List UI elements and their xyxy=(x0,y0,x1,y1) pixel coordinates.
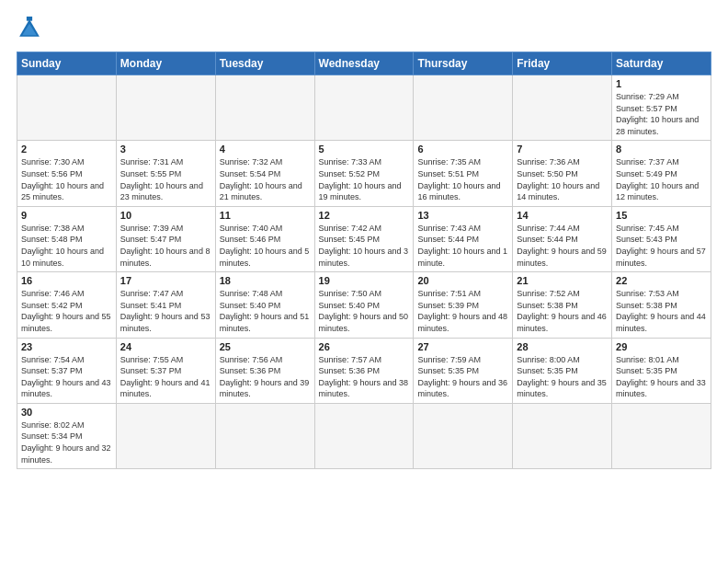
day-info: Sunrise: 7:38 AMSunset: 5:48 PMDaylight:… xyxy=(21,224,104,268)
calendar-day-cell xyxy=(215,403,314,468)
day-info: Sunrise: 7:30 AMSunset: 5:56 PMDaylight:… xyxy=(21,157,104,201)
day-number: 13 xyxy=(417,210,508,221)
calendar-day-cell: 27Sunrise: 7:59 AMSunset: 5:35 PMDayligh… xyxy=(414,338,513,403)
day-info: Sunrise: 7:53 AMSunset: 5:38 PMDaylight:… xyxy=(616,289,706,333)
calendar-day-cell: 16Sunrise: 7:46 AMSunset: 5:42 PMDayligh… xyxy=(17,272,117,338)
calendar-day-cell: 1Sunrise: 7:29 AMSunset: 5:57 PMDaylight… xyxy=(612,75,711,141)
calendar-day-cell: 11Sunrise: 7:40 AMSunset: 5:46 PMDayligh… xyxy=(215,206,314,271)
day-info: Sunrise: 7:31 AMSunset: 5:55 PMDaylight:… xyxy=(120,157,203,201)
calendar-day-cell xyxy=(513,403,612,468)
calendar-day-cell: 30Sunrise: 8:02 AMSunset: 5:34 PMDayligh… xyxy=(17,403,117,468)
day-info: Sunrise: 7:43 AMSunset: 5:44 PMDaylight:… xyxy=(417,224,507,268)
day-number: 29 xyxy=(616,341,707,352)
day-number: 5 xyxy=(319,144,410,155)
day-info: Sunrise: 7:51 AMSunset: 5:39 PMDaylight:… xyxy=(417,289,507,333)
day-info: Sunrise: 7:52 AMSunset: 5:38 PMDaylight:… xyxy=(517,289,607,333)
day-info: Sunrise: 7:57 AMSunset: 5:36 PMDaylight:… xyxy=(319,355,409,399)
calendar-week-row: 23Sunrise: 7:54 AMSunset: 5:37 PMDayligh… xyxy=(17,338,711,403)
calendar-day-cell: 5Sunrise: 7:33 AMSunset: 5:52 PMDaylight… xyxy=(314,141,414,206)
day-number: 21 xyxy=(517,275,608,286)
day-of-week-header: Sunday xyxy=(17,52,117,75)
logo-icon xyxy=(17,17,42,42)
day-number: 30 xyxy=(21,407,112,418)
day-number: 10 xyxy=(120,210,211,221)
day-number: 16 xyxy=(21,275,112,286)
day-number: 28 xyxy=(517,341,608,352)
calendar-day-cell xyxy=(414,75,513,141)
day-info: Sunrise: 7:50 AMSunset: 5:40 PMDaylight:… xyxy=(319,289,409,333)
day-info: Sunrise: 8:01 AMSunset: 5:35 PMDaylight:… xyxy=(616,355,706,399)
calendar: SundayMondayTuesdayWednesdayThursdayFrid… xyxy=(17,52,711,469)
day-info: Sunrise: 8:00 AMSunset: 5:35 PMDaylight:… xyxy=(517,355,607,399)
day-number: 23 xyxy=(21,341,112,352)
svg-rect-2 xyxy=(27,17,32,21)
calendar-day-cell: 7Sunrise: 7:36 AMSunset: 5:50 PMDaylight… xyxy=(513,141,612,206)
day-number: 19 xyxy=(319,275,410,286)
day-number: 9 xyxy=(21,210,112,221)
calendar-day-cell xyxy=(414,403,513,468)
calendar-day-cell: 20Sunrise: 7:51 AMSunset: 5:39 PMDayligh… xyxy=(414,272,513,338)
calendar-day-cell xyxy=(116,75,215,141)
calendar-day-cell: 13Sunrise: 7:43 AMSunset: 5:44 PMDayligh… xyxy=(414,206,513,271)
day-of-week-header: Monday xyxy=(116,52,215,75)
calendar-day-cell: 25Sunrise: 7:56 AMSunset: 5:36 PMDayligh… xyxy=(215,338,314,403)
calendar-day-cell: 22Sunrise: 7:53 AMSunset: 5:38 PMDayligh… xyxy=(612,272,711,338)
calendar-day-cell xyxy=(215,75,314,141)
calendar-day-cell xyxy=(314,75,414,141)
calendar-day-cell: 21Sunrise: 7:52 AMSunset: 5:38 PMDayligh… xyxy=(513,272,612,338)
day-number: 8 xyxy=(616,144,707,155)
day-number: 25 xyxy=(220,341,311,352)
day-of-week-header: Thursday xyxy=(414,52,513,75)
calendar-day-cell: 12Sunrise: 7:42 AMSunset: 5:45 PMDayligh… xyxy=(314,206,414,271)
day-info: Sunrise: 7:32 AMSunset: 5:54 PMDaylight:… xyxy=(220,157,302,201)
day-of-week-header: Friday xyxy=(513,52,612,75)
calendar-week-row: 1Sunrise: 7:29 AMSunset: 5:57 PMDaylight… xyxy=(17,75,711,141)
day-info: Sunrise: 7:59 AMSunset: 5:35 PMDaylight:… xyxy=(417,355,507,399)
logo xyxy=(17,17,46,42)
day-info: Sunrise: 7:40 AMSunset: 5:46 PMDaylight:… xyxy=(220,224,310,268)
calendar-day-cell: 15Sunrise: 7:45 AMSunset: 5:43 PMDayligh… xyxy=(612,206,711,271)
calendar-day-cell xyxy=(612,403,711,468)
day-info: Sunrise: 7:54 AMSunset: 5:37 PMDaylight:… xyxy=(21,355,111,399)
calendar-week-row: 16Sunrise: 7:46 AMSunset: 5:42 PMDayligh… xyxy=(17,272,711,338)
day-info: Sunrise: 7:42 AMSunset: 5:45 PMDaylight:… xyxy=(319,224,409,268)
calendar-day-cell: 2Sunrise: 7:30 AMSunset: 5:56 PMDaylight… xyxy=(17,141,117,206)
calendar-day-cell xyxy=(17,75,117,141)
calendar-week-row: 2Sunrise: 7:30 AMSunset: 5:56 PMDaylight… xyxy=(17,141,711,206)
day-number: 3 xyxy=(120,144,211,155)
day-number: 2 xyxy=(21,144,112,155)
calendar-day-cell: 24Sunrise: 7:55 AMSunset: 5:37 PMDayligh… xyxy=(116,338,215,403)
calendar-day-cell: 19Sunrise: 7:50 AMSunset: 5:40 PMDayligh… xyxy=(314,272,414,338)
day-number: 15 xyxy=(616,210,707,221)
day-number: 6 xyxy=(417,144,508,155)
day-info: Sunrise: 7:39 AMSunset: 5:47 PMDaylight:… xyxy=(120,224,210,268)
day-info: Sunrise: 7:56 AMSunset: 5:36 PMDaylight:… xyxy=(220,355,310,399)
calendar-week-row: 30Sunrise: 8:02 AMSunset: 5:34 PMDayligh… xyxy=(17,403,711,468)
calendar-day-cell: 28Sunrise: 8:00 AMSunset: 5:35 PMDayligh… xyxy=(513,338,612,403)
calendar-day-cell: 29Sunrise: 8:01 AMSunset: 5:35 PMDayligh… xyxy=(612,338,711,403)
day-number: 22 xyxy=(616,275,707,286)
calendar-day-cell xyxy=(116,403,215,468)
day-info: Sunrise: 7:36 AMSunset: 5:50 PMDaylight:… xyxy=(517,157,599,201)
calendar-day-cell: 26Sunrise: 7:57 AMSunset: 5:36 PMDayligh… xyxy=(314,338,414,403)
page: SundayMondayTuesdayWednesdayThursdayFrid… xyxy=(0,0,728,478)
day-info: Sunrise: 7:29 AMSunset: 5:57 PMDaylight:… xyxy=(616,92,699,136)
day-number: 20 xyxy=(417,275,508,286)
calendar-week-row: 9Sunrise: 7:38 AMSunset: 5:48 PMDaylight… xyxy=(17,206,711,271)
calendar-header-row: SundayMondayTuesdayWednesdayThursdayFrid… xyxy=(17,52,711,75)
header xyxy=(17,17,711,42)
calendar-day-cell: 4Sunrise: 7:32 AMSunset: 5:54 PMDaylight… xyxy=(215,141,314,206)
day-number: 4 xyxy=(220,144,311,155)
day-number: 7 xyxy=(517,144,608,155)
day-info: Sunrise: 8:02 AMSunset: 5:34 PMDaylight:… xyxy=(21,420,111,465)
day-number: 12 xyxy=(319,210,410,221)
day-number: 27 xyxy=(417,341,508,352)
calendar-day-cell: 9Sunrise: 7:38 AMSunset: 5:48 PMDaylight… xyxy=(17,206,117,271)
calendar-day-cell xyxy=(314,403,414,468)
day-number: 11 xyxy=(220,210,311,221)
calendar-day-cell: 23Sunrise: 7:54 AMSunset: 5:37 PMDayligh… xyxy=(17,338,117,403)
day-number: 26 xyxy=(319,341,410,352)
day-of-week-header: Wednesday xyxy=(314,52,414,75)
day-info: Sunrise: 7:55 AMSunset: 5:37 PMDaylight:… xyxy=(120,355,210,399)
calendar-day-cell: 3Sunrise: 7:31 AMSunset: 5:55 PMDaylight… xyxy=(116,141,215,206)
